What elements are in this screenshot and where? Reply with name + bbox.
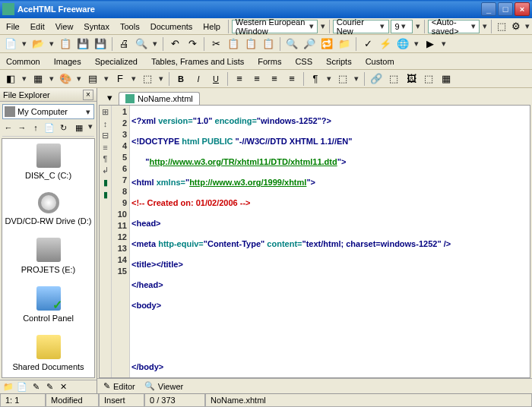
dropdown-icon[interactable]: ▾ [414,21,421,31]
editor-tab[interactable]: ✎Editor [103,381,135,391]
view-icon[interactable]: ▦ [73,121,85,134]
tool-icon[interactable]: 🖼 [404,71,419,87]
underline-icon[interactable]: U [208,71,223,87]
document-tab[interactable]: NoName.xhtml [119,92,200,105]
tab-forms[interactable]: Forms [255,55,284,68]
tool-icon[interactable]: 🔗 [369,71,384,87]
bold-icon[interactable]: B [173,71,188,87]
file-list[interactable]: DISK_C (C:) DVD/CD-RW Drive (D:) PROJETS… [2,138,95,378]
menu-documents[interactable]: Documents [146,21,198,33]
paragraph-icon[interactable]: ¶ [103,154,108,163]
align-left-icon[interactable]: ≡ [232,71,247,87]
color-icon[interactable]: 🎨 [58,71,73,87]
print-icon[interactable]: 🖨 [116,36,131,52]
tool-icon[interactable]: ⬚ [386,71,401,87]
browser-icon[interactable]: 🌐 [395,36,410,52]
maximize-button[interactable]: □ [498,2,513,16]
close-button[interactable]: × [515,2,530,16]
menu-syntax[interactable]: Syntax [79,21,114,33]
project-icon[interactable]: 📋 [58,36,73,52]
undo-icon[interactable]: ↶ [167,36,182,52]
ruler-icon[interactable]: ⊞ [102,107,109,117]
tool-icon[interactable]: ↲ [102,166,109,175]
code-editor[interactable]: <?xml version="1.0" encoding="windows-12… [130,106,530,377]
size-select[interactable]: 9▾ [391,20,413,33]
replace-icon[interactable]: 🔁 [319,36,334,52]
findfiles-icon[interactable]: 📁 [337,36,352,52]
tool-icon[interactable]: ⬚ [495,19,508,34]
tab-css[interactable]: CSS [292,55,315,68]
drive-item[interactable]: DVD/CD-RW Drive (D:) [2,188,94,233]
tool-icon[interactable]: ↕ [103,119,108,128]
saveall-icon[interactable]: 💾 [93,36,108,52]
edit-icon[interactable]: ✎ [43,381,55,393]
save-icon[interactable]: 💾 [75,36,90,52]
tool-icon[interactable]: 📄 [16,381,28,393]
tool-icon[interactable]: ≡ [103,143,107,152]
tool-icon[interactable]: ▮ [103,178,108,188]
encoding-select[interactable]: Western European (Window▾ [232,20,318,33]
drive-item[interactable]: PROJETS (E:) [2,233,94,282]
paragraph-icon[interactable]: ¶ [308,71,323,87]
cut-icon[interactable]: ✂ [208,36,223,52]
menu-file[interactable]: File [2,21,24,33]
menu-view[interactable]: View [51,21,78,33]
tab-scripts[interactable]: Scripts [323,55,355,68]
preview-icon[interactable]: 🔍 [134,36,149,52]
align-center-icon[interactable]: ≡ [249,71,264,87]
menu-help[interactable]: Help [198,21,225,33]
dropdown-icon[interactable]: ▾ [481,21,488,31]
autosave-select[interactable]: <Auto-saved>▾ [428,20,480,33]
control-panel-item[interactable]: Control Panel [2,282,94,330]
tool-icon[interactable]: ⊟ [102,131,109,140]
new-icon[interactable]: 📄 [43,121,55,134]
back-icon[interactable]: ← [2,121,14,134]
tool-icon[interactable]: ⚙ [509,19,522,34]
paste-icon[interactable]: 📋 [243,36,258,52]
tool-icon[interactable]: 📁 [2,381,14,393]
dropdown-icon[interactable]: ▾ [319,21,326,31]
folder-item[interactable]: Shared Documents [2,330,94,378]
tool-icon[interactable]: ▶ [423,36,438,52]
up-icon[interactable]: ↑ [30,121,42,134]
tool-icon[interactable]: 📋 [261,36,276,52]
findnext-icon[interactable]: 🔎 [302,36,317,52]
font-icon[interactable]: F [112,71,128,87]
tool-icon[interactable]: ⚡ [378,36,393,52]
refresh-icon[interactable]: ↻ [57,121,69,134]
copy-icon[interactable]: 📋 [226,36,241,52]
edit-icon[interactable]: ✎ [30,381,42,393]
spellcheck-icon[interactable]: ✓ [360,36,375,52]
tab-images[interactable]: Images [51,55,84,68]
italic-icon[interactable]: I [191,71,206,87]
tab-specialized[interactable]: Specialized [92,55,141,68]
tool-icon[interactable]: ▦ [439,71,454,87]
location-combo[interactable]: My Computer ▾ [2,104,94,119]
open-icon[interactable]: 📂 [30,36,46,52]
menu-tools[interactable]: Tools [116,21,144,33]
tool-icon[interactable]: ⬚ [335,71,350,87]
tool-icon[interactable]: ⬚ [140,71,155,87]
fwd-icon[interactable]: → [16,121,28,134]
tool-icon[interactable]: ◧ [3,71,18,87]
new-icon[interactable]: 📄 [3,36,18,52]
tool-icon[interactable]: ▦ [30,71,46,87]
font-select[interactable]: Courier New▾ [333,20,390,33]
find-icon[interactable]: 🔍 [284,36,299,52]
redo-icon[interactable]: ↷ [185,36,200,52]
tool-icon[interactable]: ▤ [85,71,100,87]
tool-icon[interactable]: ▮ [103,190,108,200]
dropdown-icon[interactable]: ▾ [524,21,530,31]
menu-edit[interactable]: Edit [26,21,49,33]
tab-custom[interactable]: Custom [363,55,397,68]
tab-tables[interactable]: Tables, Frames and Lists [148,55,247,68]
align-right-icon[interactable]: ≡ [267,71,282,87]
align-justify-icon[interactable]: ≡ [284,71,299,87]
viewer-tab[interactable]: 🔍Viewer [144,381,183,391]
close-panel-button[interactable]: × [83,90,93,100]
tab-common[interactable]: Common [3,55,43,68]
tab-menu-icon[interactable]: ▾ [102,90,117,105]
tool-icon[interactable]: ⬚ [421,71,436,87]
minimize-button[interactable]: _ [481,2,496,16]
delete-icon[interactable]: ✕ [57,381,69,393]
